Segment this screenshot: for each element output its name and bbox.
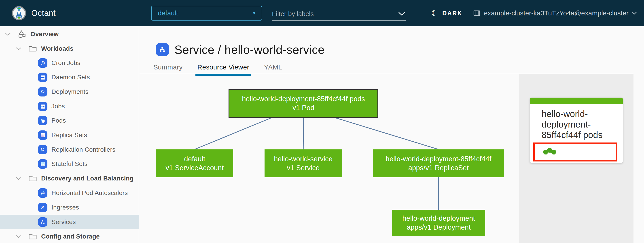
cluster-icon: [473, 9, 481, 17]
node-kind: apps/v1 Deployment: [407, 223, 471, 232]
app-header: Octant default ▾ ☾ DARK example-cluster-…: [0, 0, 644, 26]
context-chevron-down-icon: [632, 11, 637, 15]
app-title: Octant: [31, 0, 56, 26]
sidebar-item-label: Horizontal Pod Autoscalers: [52, 189, 128, 197]
node-detail-panel: hello-world-deployment-85ff4cf44f pods: [519, 74, 634, 243]
page-title-text: Service / hello-world-service: [174, 43, 324, 56]
graph-node-replica-set[interactable]: hello-world-deployment-85ff4cf44f apps/v…: [373, 149, 504, 177]
sidebar-item-label: Ingresses: [52, 204, 79, 211]
sidebar-item-daemon-sets[interactable]: ▤ Daemon Sets: [0, 70, 139, 84]
sidebar-item-label: Deployments: [52, 88, 88, 95]
chevron-down-icon[interactable]: [15, 235, 22, 239]
node-name: hello-world-deployment-85ff4cf44f: [386, 155, 491, 164]
deployments-icon: ↻: [38, 87, 48, 96]
sidebar-item-config-and-storage[interactable]: Config and Storage: [0, 229, 139, 243]
services-icon: [38, 217, 48, 227]
horizontal-pod-autoscalers-icon: ⇄: [38, 188, 48, 198]
sidebar-item-label: Jobs: [52, 103, 65, 110]
chevron-down-icon[interactable]: [4, 32, 11, 36]
sidebar-item-label: Services: [52, 219, 76, 226]
sidebar-item-ingresses[interactable]: ✕ Ingresses: [0, 200, 139, 215]
sidebar-item-overview[interactable]: Overview: [0, 27, 139, 41]
chevron-down-icon[interactable]: [15, 47, 22, 51]
main-content: Service / hello-world-service Summary Re…: [140, 26, 644, 243]
node-name: default: [184, 155, 205, 164]
cluster-context-selector[interactable]: example-cluster-ka3TuTzYo4a@example-clus…: [473, 0, 637, 26]
card-title: hello-world-deployment-85ff4cf44f pods: [530, 104, 623, 140]
cron-jobs-icon: ◷: [38, 58, 48, 68]
jobs-icon: ▦: [38, 102, 48, 111]
sidebar-item-services[interactable]: Services: [0, 215, 139, 229]
octant-logo-icon: [12, 6, 26, 20]
daemon-sets-icon: ▤: [38, 73, 48, 82]
sidebar-item-label: Stateful Sets: [52, 160, 88, 168]
graph-node-deployment[interactable]: hello-world-deployment apps/v1 Deploymen…: [392, 210, 485, 236]
sidebar-item-label: Workloads: [41, 45, 73, 52]
octant-app: Octant default ▾ ☾ DARK example-cluster-…: [0, 0, 644, 243]
chevron-down-icon[interactable]: [15, 176, 22, 181]
page-title: Service / hello-world-service: [156, 42, 324, 57]
sidebar-item-deployments[interactable]: ↻ Deployments: [0, 84, 139, 99]
sidebar-item-label: Overview: [30, 31, 58, 38]
folder-icon: [28, 44, 38, 54]
sidebar-item-cron-jobs[interactable]: ◷ Cron Jobs: [0, 56, 139, 70]
resource-viewer-canvas[interactable]: hello-world-deployment-85ff4cf44f pods v…: [140, 74, 519, 243]
node-name: hello-world-deployment-85ff4cf44f pods: [242, 94, 365, 103]
node-kind: v1 ServiceAccount: [166, 164, 224, 172]
sidebar-item-label: Config and Storage: [41, 233, 100, 240]
sidebar-item-replication-controllers[interactable]: ↺ Replication Controllers: [0, 142, 139, 157]
node-kind: v1 Service: [287, 164, 320, 172]
sidebar-item-stateful-sets[interactable]: ▩ Stateful Sets: [0, 157, 139, 171]
sidebar-item-pods[interactable]: ◉ Pods: [0, 113, 139, 128]
ingresses-icon: ✕: [38, 203, 48, 212]
folder-icon: [28, 232, 38, 242]
folder-icon: [28, 174, 38, 183]
node-name: hello-world-service: [274, 155, 332, 164]
sidebar-item-jobs[interactable]: ▦ Jobs: [0, 99, 139, 113]
sidebar-item-label: Replication Controllers: [52, 146, 116, 153]
sidebar-item-label: Replica Sets: [52, 132, 87, 139]
sidebar-item-label: Daemon Sets: [52, 74, 90, 81]
sidebar-item-label: Discovery and Load Balancing: [41, 175, 134, 182]
namespace-selector[interactable]: default ▾: [151, 6, 262, 20]
node-kind: apps/v1 ReplicaSet: [408, 164, 469, 172]
label-filter-input[interactable]: [272, 10, 398, 18]
pods-icon: ◉: [38, 116, 48, 125]
label-filter: [272, 7, 406, 20]
sidebar-item-label: Cron Jobs: [52, 59, 80, 67]
sidebar-item-discovery-and-load-balancing[interactable]: Discovery and Load Balancing: [0, 171, 139, 186]
overview-objects-icon: [16, 29, 27, 39]
sidebar-nav: Overview Workloads ◷ Cron Jobs ▤ Daemon …: [0, 26, 139, 243]
replica-sets-icon: ▧: [38, 130, 48, 140]
sidebar-item-replica-sets[interactable]: ▧ Replica Sets: [0, 128, 139, 142]
filter-chevron-down-icon[interactable]: [398, 12, 406, 16]
graph-node-service-account[interactable]: default v1 ServiceAccount: [156, 149, 233, 177]
pod-detail-card[interactable]: hello-world-deployment-85ff4cf44f pods: [530, 98, 623, 163]
pod-status-highlight-annotation: [533, 143, 618, 162]
sidebar-item-workloads[interactable]: Workloads: [0, 41, 139, 56]
sidebar-item-label: Pods: [52, 117, 66, 124]
stateful-sets-icon: ▩: [38, 159, 48, 169]
cluster-context-label: example-cluster-ka3TuTzYo4a@example-clus…: [484, 9, 628, 17]
replication-controllers-icon: ↺: [38, 145, 48, 154]
namespace-selected-value: default: [158, 9, 178, 17]
dark-theme-label: DARK: [442, 10, 462, 17]
card-status-bar: [530, 98, 623, 104]
service-resource-icon: [156, 43, 169, 56]
graph-node-service[interactable]: hello-world-service v1 Service: [264, 149, 342, 177]
graph-node-pod[interactable]: hello-world-deployment-85ff4cf44f pods v…: [228, 89, 378, 118]
dropdown-caret-icon: ▾: [253, 10, 255, 16]
node-kind: v1 Pod: [292, 103, 314, 112]
pod-status-dots: [543, 150, 556, 155]
moon-icon: ☾: [431, 9, 439, 17]
sidebar-item-horizontal-pod-autoscalers[interactable]: ⇄ Horizontal Pod Autoscalers: [0, 186, 139, 200]
dark-theme-toggle[interactable]: ☾ DARK: [431, 0, 462, 26]
pod-ok-icon: [551, 150, 556, 155]
node-name: hello-world-deployment: [402, 214, 475, 223]
